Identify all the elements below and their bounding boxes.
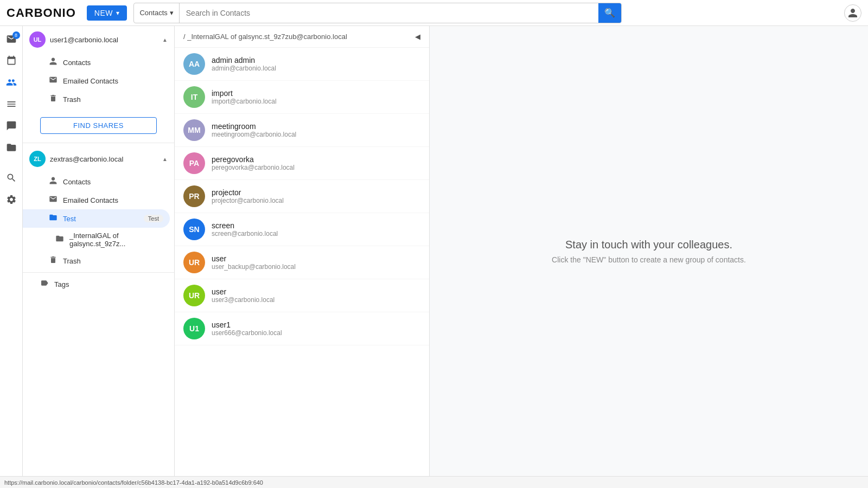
contact-name: user1 — [212, 320, 282, 329]
icon-rail: 8 — [0, 26, 23, 476]
contacts-list: AA admin admin admin@carbonio.local IT i… — [175, 48, 429, 345]
contact-row[interactable]: PR projector projector@carbonio.local — [175, 180, 429, 213]
contact-email: user_backup@carbonio.local — [212, 263, 296, 271]
rail-item-settings[interactable] — [2, 191, 21, 210]
find-shares-button[interactable]: FIND SHARES — [40, 117, 157, 134]
folder-icon-test — [49, 213, 58, 224]
internal-gal-label: _InternalGAL of galsync.st_9z7z... — [69, 232, 163, 248]
status-url: https://mail.carbonio.local/carbonio/con… — [4, 479, 263, 486]
collapse-icon-user1 — [162, 36, 168, 43]
contact-info: user1 user666@carbonio.local — [212, 320, 282, 337]
rail-item-tasks[interactable] — [2, 95, 21, 115]
contact-info: admin admin admin@carbonio.local — [212, 56, 276, 72]
search-dropdown[interactable]: Contacts ▾ — [134, 3, 179, 23]
avatar-user1: UL — [29, 31, 46, 48]
contacts-label-u1: Contacts — [63, 59, 163, 67]
avatar-user2: ZL — [29, 151, 46, 167]
contact-avatar: PR — [183, 185, 205, 207]
contact-avatar: PA — [183, 152, 205, 174]
folder-icon-gal — [55, 234, 64, 245]
rail-item-calendar[interactable] — [2, 52, 21, 72]
contact-email: screen@carbonio.local — [212, 230, 278, 237]
contact-email: user3@carbonio.local — [212, 296, 275, 304]
sidebar-item-tags[interactable]: Tags — [23, 275, 170, 293]
contact-name: peregovorka — [212, 155, 295, 164]
contact-email: admin@carbonio.local — [212, 65, 276, 72]
account-name-user1: user1@carbonio.local — [50, 36, 158, 44]
chevron-down-icon: ▾ — [170, 9, 174, 17]
contact-row[interactable]: MM meetingroom meetingroom@carbonio.loca… — [175, 114, 429, 147]
contact-info: import import@carbonio.local — [212, 89, 277, 105]
rail-item-mail[interactable]: 8 — [2, 30, 21, 50]
new-button[interactable]: NEW ▾ — [87, 5, 127, 21]
test-folder-tag: Test — [144, 215, 163, 222]
collapse-panel-icon[interactable]: ◀ — [415, 33, 420, 41]
contact-row[interactable]: SN screen screen@carbonio.local — [175, 213, 429, 246]
contact-info: user user3@carbonio.local — [212, 287, 275, 304]
email-icon — [49, 75, 58, 86]
sidebar-item-test[interactable]: Test Test — [23, 209, 170, 228]
contact-info: meetingroom meetingroom@carbonio.local — [212, 122, 296, 138]
search-button[interactable]: 🔍 — [598, 3, 621, 23]
contact-email: projector@carbonio.local — [212, 197, 284, 204]
topbar: CARBONIO NEW ▾ Contacts ▾ 🔍 — [0, 0, 868, 26]
tags-label: Tags — [54, 280, 163, 288]
trash-icon-u2 — [49, 255, 58, 266]
account-header-user2[interactable]: ZL zextras@carbonio.local — [23, 145, 174, 172]
topbar-right — [844, 4, 861, 22]
sidebar-item-contacts-u1[interactable]: Contacts — [23, 53, 170, 72]
sidebar-item-internal-gal[interactable]: _InternalGAL of galsync.st_9z7z... — [23, 228, 170, 252]
search-input[interactable] — [180, 3, 599, 23]
contact-email: user666@carbonio.local — [212, 329, 282, 337]
mail-badge: 8 — [12, 31, 20, 39]
contact-email: meetingroom@carbonio.local — [212, 131, 296, 138]
rail-item-contacts[interactable] — [2, 74, 21, 93]
contacts-panel: / _InternalGAL of galsync.st_9z7zub@carb… — [175, 26, 430, 476]
emailed-contacts-label-u1: Emailed Contacts — [63, 77, 163, 85]
contact-name: screen — [212, 221, 278, 230]
sidebar-item-emailed-u2[interactable]: Emailed Contacts — [23, 191, 170, 209]
divider2 — [23, 272, 174, 273]
contact-row[interactable]: UR user user3@carbonio.local — [175, 279, 429, 312]
contact-name: user — [212, 254, 296, 263]
contact-avatar: UR — [183, 252, 205, 273]
sidebar-item-trash-u1[interactable]: Trash — [23, 90, 170, 108]
contact-email: peregovorka@carbonio.local — [212, 164, 295, 171]
emailed-contacts-label-u2: Emailed Contacts — [63, 196, 163, 204]
rail-item-files[interactable] — [2, 139, 21, 158]
search-icon: 🔍 — [604, 8, 615, 18]
rail-item-search[interactable] — [2, 169, 21, 189]
contact-row[interactable]: U1 user1 user666@carbonio.local — [175, 312, 429, 345]
contact-name: import — [212, 89, 277, 98]
contact-row[interactable]: IT import import@carbonio.local — [175, 81, 429, 114]
contact-row[interactable]: PA peregovorka peregovorka@carbonio.loca… — [175, 147, 429, 180]
contacts-icon — [6, 77, 17, 91]
collapse-icon-user2 — [162, 155, 168, 163]
settings-icon — [6, 194, 17, 208]
statusbar: https://mail.carbonio.local/carbonio/con… — [0, 476, 868, 488]
sidebar-item-trash-u2[interactable]: Trash — [23, 252, 170, 270]
account-header-user1[interactable]: UL user1@carbonio.local — [23, 26, 174, 53]
contact-avatar: U1 — [183, 318, 205, 339]
user-avatar-icon[interactable] — [844, 4, 861, 22]
rail-item-chat[interactable] — [2, 117, 21, 137]
contact-email: import@carbonio.local — [212, 98, 277, 105]
contact-name: meetingroom — [212, 122, 296, 131]
right-panel: Stay in touch with your colleagues. Clic… — [430, 26, 868, 476]
contact-row[interactable]: UR user user_backup@carbonio.local — [175, 246, 429, 279]
contact-name: admin admin — [212, 56, 276, 65]
sidebar-item-emailed-u1[interactable]: Emailed Contacts — [23, 72, 170, 90]
contact-row[interactable]: AA admin admin admin@carbonio.local — [175, 48, 429, 81]
tag-icon — [40, 279, 49, 290]
contact-avatar: UR — [183, 285, 205, 306]
contact-avatar: AA — [183, 53, 205, 75]
trash-label-u1: Trash — [63, 95, 163, 104]
email-icon-u2 — [49, 195, 58, 206]
test-folder-label: Test — [63, 215, 138, 223]
sidebar: UL user1@carbonio.local Contacts Emailed… — [23, 26, 175, 476]
sidebar-item-contacts-u2[interactable]: Contacts — [23, 172, 170, 191]
tasks-icon — [6, 99, 17, 112]
account-name-user2: zextras@carbonio.local — [50, 155, 158, 163]
contact-name: user — [212, 287, 275, 296]
contact-avatar: SN — [183, 219, 205, 240]
